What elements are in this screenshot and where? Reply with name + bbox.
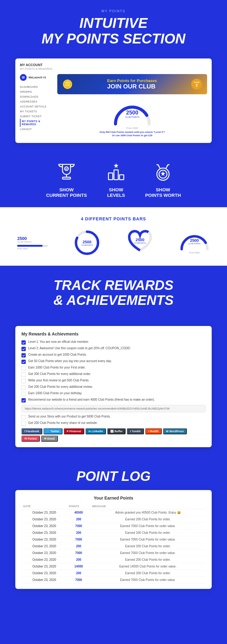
share-twitter-button[interactable]: 🐦 Twitter xyxy=(44,428,62,434)
share-email-button[interactable]: ✉ Email xyxy=(41,436,58,442)
podium-icon xyxy=(105,161,127,183)
col-points: POINTS xyxy=(67,504,90,509)
table-row: October 23, 2020 40500 Admin granted you… xyxy=(21,509,206,516)
sidebar-item-orders[interactable]: ORDERS xyxy=(20,89,54,94)
heart-gauge-label: CLUBPOINTS xyxy=(134,242,146,244)
banner-coin-icon: 🪙 xyxy=(62,79,73,89)
share-pocket-button[interactable]: ✉ Pocket xyxy=(21,436,40,442)
circle-gauge-center: 2500 CLUBPOINTS xyxy=(81,240,93,246)
achievement-item: Get 50 Club Points when you log into you… xyxy=(21,359,206,364)
cell-date: October 23, 2020 xyxy=(21,563,67,570)
sidebar-item-account-details[interactable]: ACCOUNT DETAILS xyxy=(20,104,54,109)
heart-gauge-center: 2500 CLUBPOINTS xyxy=(134,237,146,244)
cell-date: October 23, 2020 xyxy=(21,543,67,549)
sidebar-item-logout[interactable]: LOGOUT xyxy=(20,127,54,132)
sidebar-logo: W WeLaunch #1 xyxy=(20,74,54,81)
brand-text: WeLaunch #1 xyxy=(28,76,46,79)
sidebar-item-downloads[interactable]: DOWNLOADS xyxy=(20,94,54,99)
semi-arc-label: CLUB POINTS xyxy=(188,243,201,245)
achievement-item: Level 2: Awesome! Use this coupon code t… xyxy=(21,346,206,351)
svg-rect-25 xyxy=(21,398,26,402)
share-reddit-button[interactable]: r Reddit xyxy=(145,428,162,434)
cell-date: October 23, 2020 xyxy=(21,556,67,563)
table-row: October 23, 2020 7000 Earned 7000 Club P… xyxy=(21,576,206,583)
bars-section: 4 DIFFERENT POINTS BARS 2500 CLUB POINTS… xyxy=(0,207,227,266)
share-buffer-button[interactable]: ⬜ Buffer xyxy=(107,428,126,434)
table-row: October 23, 2020 200 Earned 200 Club Poi… xyxy=(21,570,206,576)
table-row: October 23, 2020 7000 Earned 7000 Club P… xyxy=(21,549,206,556)
share-wordpress-button[interactable]: W WordPress xyxy=(163,428,187,434)
features-section: SHOWCURRENT POINTS SHOWLEVELS SHO xyxy=(0,152,227,207)
banner-earn-text: Earn Points for Purchases xyxy=(107,78,157,83)
gauge-wrap: 2500 CLUB POINTS xyxy=(111,101,154,125)
table-row: October 23, 2020 14000 Earned 14000 Club… xyxy=(21,563,206,570)
achievement-item: Get 200 Club Points for every share of o… xyxy=(21,421,206,426)
promo-banner[interactable]: 🪙 Earn Points for Purchases JOIN OUR CLU… xyxy=(57,74,207,94)
share-tumblr-button[interactable]: t Tumblr xyxy=(127,428,144,434)
pointlog-card: Your Earned Points DATE POINTS MESSAGE O… xyxy=(15,490,212,589)
cell-message: Earned 200 Club Points for order. xyxy=(90,543,206,549)
cell-points: 40500 xyxy=(67,509,90,516)
feature-label-points-worth: SHOWPOINTS WORTH xyxy=(145,187,181,198)
feature-points-worth[interactable]: SHOWPOINTS WORTH xyxy=(145,161,181,198)
sidebar-item-dashboard[interactable]: DASHBOARD xyxy=(20,84,54,89)
gauge-container: 2500 CLUB POINTS From 3000 Only 500 Club… xyxy=(57,98,207,138)
hero-title: INTUITIVE MY POINTS SECTION xyxy=(6,15,221,46)
achievement-item: Get 200 Club Points for every additional… xyxy=(21,372,206,377)
referral-link[interactable]: https://demos.welaunch.io/woocommerce-re… xyxy=(21,405,206,412)
brand-icon: W xyxy=(20,74,27,81)
share-facebook-button[interactable]: f Facebook xyxy=(21,428,42,434)
achievement-item: Create an account to get 1000 Club Point… xyxy=(21,353,206,358)
semi-arc-item: 2500 CLUB POINTS From 3000 xyxy=(179,232,210,254)
trophy-icon xyxy=(56,161,77,183)
feature-current-points[interactable]: SHOWCURRENT POINTS xyxy=(46,161,87,198)
medal-icon xyxy=(152,161,174,183)
achievement-item: Get 200 Club Points for every additional… xyxy=(21,385,206,390)
gauge-from: From 3000 xyxy=(126,127,138,129)
cell-message: Earned 14000 Club Points for order value… xyxy=(90,563,206,570)
svg-line-13 xyxy=(167,164,169,166)
cell-points: 7000 xyxy=(67,536,90,543)
cell-message: Earned 200 Club Points for order. xyxy=(90,556,206,563)
cell-date: October 23, 2020 xyxy=(21,570,67,576)
banner-join-text: JOIN OUR CLUB xyxy=(107,83,157,90)
cell-date: October 23, 2020 xyxy=(21,576,67,583)
cell-points: 7000 xyxy=(67,522,90,529)
svg-marker-6 xyxy=(114,163,119,168)
sidebar-item-points[interactable]: MY POINTS & REWARDS xyxy=(20,119,54,127)
cell-message: Earned 7000 Club Points for order value. xyxy=(90,536,206,543)
share-linkedin-button[interactable]: in LinkedIn xyxy=(85,428,106,434)
sidebar-item-addresses[interactable]: ADDRESSES xyxy=(20,99,54,104)
svg-rect-3 xyxy=(108,173,113,180)
svg-rect-21 xyxy=(21,373,26,377)
cell-message: Earned 200 Club Points for order. xyxy=(90,516,206,522)
cell-points: 200 xyxy=(67,570,90,576)
table-row: October 23, 2020 7000 Earned 7000 Club P… xyxy=(21,522,206,529)
cell-points: 200 xyxy=(67,516,90,522)
achievement-item: Level 1: You are now an offical club mem… xyxy=(21,340,206,345)
table-row: October 23, 2020 200 Earned 200 Club Poi… xyxy=(21,516,206,522)
pointlog-card-title: Your Earned Points xyxy=(21,496,206,500)
svg-rect-1 xyxy=(62,177,70,179)
cell-message: Earned 200 Club Points for order. xyxy=(90,529,206,536)
feature-levels[interactable]: SHOWLEVELS xyxy=(105,161,127,198)
share-pinterest-button[interactable]: P Pinterest xyxy=(64,428,84,434)
svg-rect-24 xyxy=(21,392,26,396)
rewards-card-title: My Rewards & Achievments xyxy=(21,331,206,336)
pointlog-section: POINT LOG Your Earned Points DATE POINTS… xyxy=(0,456,227,598)
cell-date: October 23, 2020 xyxy=(21,549,67,556)
svg-rect-17 xyxy=(21,347,26,351)
pointlog-title: POINT LOG xyxy=(6,469,221,484)
svg-rect-26 xyxy=(21,415,26,419)
svg-rect-5 xyxy=(119,175,124,180)
cell-points: 200 xyxy=(67,556,90,563)
cell-points: 14000 xyxy=(67,563,90,570)
cell-points: 200 xyxy=(67,529,90,536)
main-content: 🪙 Earn Points for Purchases JOIN OUR CLU… xyxy=(57,74,207,138)
semi-arc-center: 2500 CLUB POINTS xyxy=(188,238,201,245)
svg-rect-22 xyxy=(21,379,26,383)
sidebar-item-tickets[interactable]: MY TICKETS xyxy=(20,109,54,114)
feature-label-current-points: SHOWCURRENT POINTS xyxy=(46,187,87,198)
sidebar-item-submit-ticket[interactable]: SUBMIT TICKET xyxy=(20,114,54,119)
svg-line-12 xyxy=(157,164,159,166)
